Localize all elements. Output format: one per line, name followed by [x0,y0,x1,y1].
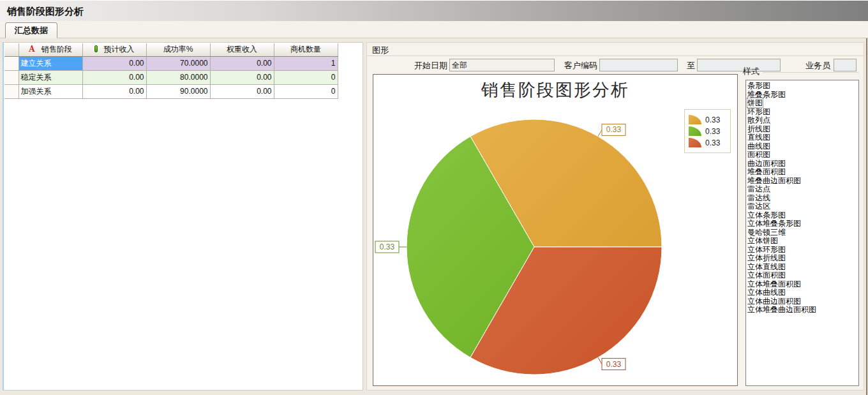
legend-value: 0.33 [705,138,720,147]
style-list-item[interactable]: 曼哈顿三维 [747,228,858,237]
legend-item: 0.33 [689,115,726,124]
style-list-item[interactable]: 立体条形图 [747,211,858,220]
stage-cell[interactable]: 建立关系 [19,56,82,70]
value-cell: 1 [274,56,338,70]
value-cell: 70.0000 [146,56,210,70]
value-cell: 0.00 [210,56,274,70]
customer-code-label: 客户编码 [559,60,597,71]
text-field-icon: A [29,45,34,54]
table-row[interactable]: 加强关系0.0090.00000.000 [4,84,338,98]
customer-code-input[interactable] [599,59,678,71]
value-cell: 80.0000 [146,70,210,84]
style-list-item[interactable]: 立体饼图 [747,237,858,246]
style-list-item[interactable]: 堆叠面积图 [747,168,858,177]
legend-item: 0.33 [689,138,726,147]
stage-cell[interactable]: 稳定关系 [19,70,82,84]
graph-panel-caption: 图形 [367,43,864,56]
value-cell: 0.00 [82,84,146,98]
style-list-item[interactable]: 雷达区 [747,202,858,211]
tab-bar: 汇总数据 [0,21,868,38]
style-list-item[interactable]: 立体堆叠条形图 [747,220,858,228]
style-list-item[interactable]: 立体直线图 [747,263,858,272]
callout-label-value: 0.33 [606,125,622,134]
grid-body: 建立关系0.0070.00000.001稳定关系0.0080.00000.000… [4,56,338,98]
style-list-item[interactable]: 曲线图 [747,142,858,151]
style-list-item[interactable]: 饼图 [747,99,858,108]
chart-title: 销售阶段图形分析 [373,78,737,101]
style-panel-caption: 样式 [743,66,859,77]
callout-label-value: 0.33 [380,242,395,251]
stage-cell[interactable]: 加强关系 [19,84,82,98]
style-list-item[interactable]: 立体折线图 [747,254,858,263]
column-header-success-rate[interactable]: 成功率% [146,43,210,56]
graph-panel: 图形 开始日期 客户编码 至 业务员 0.330.330.33 销售阶段图形分析… [366,42,864,391]
grid-header-row: A销售阶段 预计收入 成功率% 权重收入 商机数量 [4,43,338,56]
legend-swatch [689,138,701,147]
value-cell: 90.0000 [146,84,210,98]
style-list-item[interactable]: 立体堆叠曲边面积图 [747,306,858,315]
legend: 0.330.330.33 [684,109,731,153]
legend-value: 0.33 [705,127,720,136]
style-list-item[interactable]: 面积图 [747,151,858,160]
style-list-item[interactable]: 雷达点 [747,185,858,194]
legend-swatch [689,126,701,136]
column-header-expected-income[interactable]: 预计收入 [82,43,146,56]
value-cell: 0.00 [210,84,274,98]
chart-panel: 0.330.330.33 销售阶段图形分析 0.330.330.33 [373,74,738,386]
content-area: A销售阶段 预计收入 成功率% 权重收入 商机数量 建立关系0.0070.000… [0,38,868,395]
style-list-item[interactable]: 立体堆叠面积图 [747,280,858,289]
style-list-item[interactable]: 散列点 [747,116,858,125]
row-indicator[interactable] [4,56,19,70]
start-date-input[interactable] [449,59,555,71]
tab-summary-data[interactable]: 汇总数据 [5,22,57,38]
value-cell: 0.00 [82,70,146,84]
table-row[interactable]: 建立关系0.0070.00000.001 [4,56,338,70]
row-indicator[interactable] [4,84,19,98]
callout-leader-line [598,357,602,364]
value-cell: 0.00 [82,56,146,70]
tab-label: 汇总数据 [15,26,48,35]
summary-grid-panel: A销售阶段 预计收入 成功率% 权重收入 商机数量 建立关系0.0070.000… [3,42,363,391]
table-row[interactable]: 稳定关系0.0080.00000.000 [4,70,338,84]
value-cell: 0.00 [210,70,274,84]
style-list-item[interactable]: 立体面积图 [747,271,858,280]
app-window: 销售阶段图形分析 汇总数据 A销售阶段 预计收 [0,0,868,395]
callout-label-value: 0.33 [606,360,622,369]
style-list-item[interactable]: 环形图 [747,108,858,117]
column-header-weighted-income[interactable]: 权重收入 [210,43,274,56]
style-list-item[interactable]: 直线图 [747,133,858,142]
column-header-opportunity-count[interactable]: 商机数量 [274,43,338,56]
column-header-stage[interactable]: A销售阶段 [19,43,82,56]
style-list-item[interactable]: 条形图 [747,82,858,91]
style-listbox[interactable]: 条形图堆叠条形图饼图环形图散列点折线图直线图曲线图面积图曲边面积图堆叠面积图堆叠… [745,80,859,386]
style-list-item[interactable]: 立体曲线图 [747,288,858,297]
row-indicator[interactable] [4,70,19,84]
groupbox-line [763,72,859,73]
to-label: 至 [681,60,695,71]
style-list-item[interactable]: 曲边面积图 [747,160,858,168]
page-title: 销售阶段图形分析 [7,6,84,17]
style-list-item[interactable]: 立体环形图 [747,246,858,255]
legend-value: 0.33 [705,116,720,124]
legend-item: 0.33 [689,126,726,136]
style-list-item[interactable]: 立体曲边面积图 [747,297,858,306]
data-grid: A销售阶段 预计收入 成功率% 权重收入 商机数量 建立关系0.0070.000… [4,43,338,99]
style-list-item[interactable]: 折线图 [747,125,858,134]
numeric-field-icon [94,45,98,52]
row-indicator-header[interactable] [4,43,19,56]
window-right-edge [866,38,867,395]
legend-swatch [689,115,701,124]
value-cell: 0 [274,70,338,84]
pie-chart-svg: 0.330.330.33 [373,75,737,385]
value-cell: 0 [274,84,338,98]
start-date-label: 开始日期 [395,60,447,71]
style-list-item[interactable]: 堆叠曲边面积图 [747,177,858,186]
callout-leader-line [598,130,602,136]
style-list-item[interactable]: 雷达线 [747,194,858,203]
title-bar: 销售阶段图形分析 [0,0,868,21]
style-list-item[interactable]: 堆叠条形图 [747,91,858,100]
